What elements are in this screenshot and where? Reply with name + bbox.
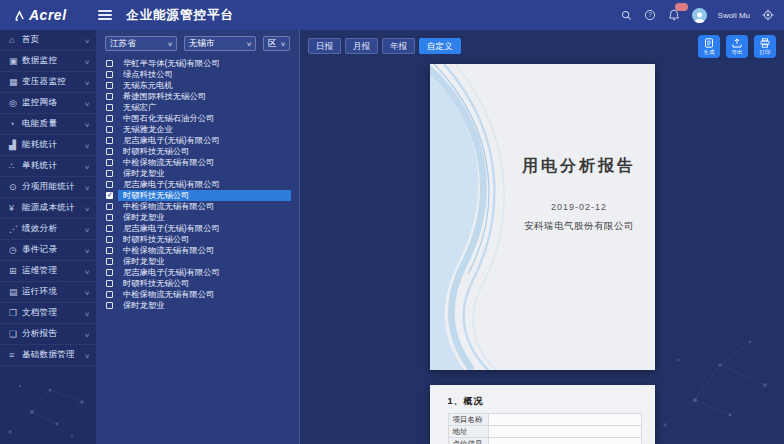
chevron-down-icon: ∨ bbox=[84, 331, 90, 338]
transformer-monitor-icon: ▦ bbox=[9, 77, 22, 87]
checkbox[interactable] bbox=[106, 159, 113, 166]
settings-gear-icon[interactable] bbox=[761, 9, 774, 22]
tree-item[interactable]: 绿点科技公司 bbox=[96, 69, 299, 80]
avatar[interactable] bbox=[692, 8, 707, 23]
sidebar-item-maintenance[interactable]: ⊞运维管理∨ bbox=[0, 261, 96, 282]
tree-item[interactable]: 中国石化无锡石油分公司 bbox=[96, 113, 299, 124]
environment-icon: ▤ bbox=[9, 287, 22, 297]
tree-item[interactable]: 华虹半导体(无锡)有限公司 bbox=[96, 58, 299, 69]
tree-item[interactable]: 中检保物流无锡有限公司 bbox=[96, 245, 299, 256]
checkbox[interactable] bbox=[106, 280, 113, 287]
sidebar-item-environment[interactable]: ▤运行环境∨ bbox=[0, 282, 96, 303]
custom-report-button[interactable]: 自定义 bbox=[419, 38, 461, 54]
top-header: Acrel 企业能源管控平台 ? Swoli Mu bbox=[0, 0, 784, 30]
export-button[interactable]: 导出 bbox=[726, 35, 748, 58]
tree-item[interactable]: 保时龙塑业 bbox=[96, 300, 299, 311]
print-button[interactable]: 打印 bbox=[754, 35, 776, 58]
tree-item[interactable]: 时硕科技无锡公司 bbox=[96, 234, 299, 245]
tree-item[interactable]: 保时龙塑业 bbox=[96, 212, 299, 223]
table-row: 项目名称 bbox=[448, 414, 641, 426]
tree-item[interactable]: 时硕科技无锡公司 bbox=[96, 146, 299, 157]
sidebar-item-documents[interactable]: ❐文档管理∨ bbox=[0, 303, 96, 324]
daily-report-button[interactable]: 日报 bbox=[308, 38, 341, 54]
checkbox[interactable] bbox=[106, 115, 113, 122]
checkbox-checked[interactable] bbox=[106, 192, 113, 199]
sidebar-item-energy-stats[interactable]: ▟能耗统计∨ bbox=[0, 135, 96, 156]
help-icon[interactable]: ? bbox=[644, 9, 657, 22]
tree-item[interactable]: 时硕科技无锡公司 bbox=[96, 278, 299, 289]
checkbox[interactable] bbox=[106, 93, 113, 100]
report-cover-text: 用电分析报告 2019-02-12 安科瑞电气股份有限公司 bbox=[512, 156, 647, 233]
district-select[interactable]: 区∨ bbox=[263, 36, 290, 51]
acrel-logo[interactable]: Acrel bbox=[0, 7, 96, 23]
tree-item[interactable]: 中检保物流无锡有限公司 bbox=[96, 289, 299, 300]
checkbox[interactable] bbox=[106, 181, 113, 188]
report-type-buttons: 日报 月报 年报 自定义 bbox=[308, 38, 461, 54]
table-row: 点位信息 bbox=[448, 438, 641, 444]
checkbox[interactable] bbox=[106, 302, 113, 309]
data-monitor-icon: ▣ bbox=[9, 56, 22, 66]
sidebar-item-energy-cost[interactable]: ¥能源成本统计∨ bbox=[0, 198, 96, 219]
tree-item[interactable]: 保时龙塑业 bbox=[96, 168, 299, 179]
documents-icon: ❐ bbox=[9, 308, 22, 318]
checkbox[interactable] bbox=[106, 214, 113, 221]
power-quality-icon: ◔ bbox=[9, 119, 22, 129]
checkbox[interactable] bbox=[106, 258, 113, 265]
section-heading: 1、概况 bbox=[448, 395, 655, 408]
chevron-down-icon: ∨ bbox=[167, 40, 173, 47]
analysis-report-icon: ❏ bbox=[9, 329, 22, 339]
checkbox[interactable] bbox=[106, 148, 113, 155]
yearly-report-button[interactable]: 年报 bbox=[382, 38, 415, 54]
tree-item[interactable]: 中检保物流无锡有限公司 bbox=[96, 201, 299, 212]
svg-text:?: ? bbox=[648, 11, 652, 18]
sidebar-item-unit-consumption[interactable]: ∴单耗统计∨ bbox=[0, 156, 96, 177]
checkbox[interactable] bbox=[106, 60, 113, 67]
sidebar-item-subitem-energy[interactable]: ⊙分项用能统计∨ bbox=[0, 177, 96, 198]
checkbox[interactable] bbox=[106, 236, 113, 243]
page-title: 企业能源管控平台 bbox=[126, 7, 234, 24]
checkbox[interactable] bbox=[106, 247, 113, 254]
tree-item[interactable]: 无锡宏广 bbox=[96, 102, 299, 113]
sidebar-item-event-log[interactable]: ◷事件记录∨ bbox=[0, 240, 96, 261]
city-select[interactable]: 无锡市∨ bbox=[184, 36, 256, 51]
tree-item[interactable]: 希捷国际科技无锡公司 bbox=[96, 91, 299, 102]
sidebar-item-power-quality[interactable]: ◔电能质量∨ bbox=[0, 114, 96, 135]
tree-item[interactable]: 尼吉康电子(无锡)有限公司 bbox=[96, 267, 299, 278]
tree-item[interactable]: 尼吉康电子(无锡)有限公司 bbox=[96, 135, 299, 146]
search-icon[interactable] bbox=[620, 9, 633, 22]
checkbox[interactable] bbox=[106, 137, 113, 144]
sidebar-item-analysis-report[interactable]: ❏分析报告∨ bbox=[0, 324, 96, 345]
chevron-down-icon: ∨ bbox=[84, 121, 90, 128]
tree-item[interactable]: 无锡雅龙企业 bbox=[96, 124, 299, 135]
checkbox[interactable] bbox=[106, 170, 113, 177]
tree-item[interactable]: 无锡东元电机 bbox=[96, 80, 299, 91]
province-select[interactable]: 江苏省∨ bbox=[105, 36, 177, 51]
print-icon bbox=[760, 38, 770, 48]
checkbox[interactable] bbox=[106, 126, 113, 133]
sidebar-item-performance[interactable]: ⋰绩效分析∨ bbox=[0, 219, 96, 240]
checkbox[interactable] bbox=[106, 291, 113, 298]
sidebar-item-home[interactable]: ⌂首页∨ bbox=[0, 30, 96, 51]
checkbox[interactable] bbox=[106, 225, 113, 232]
energy-cost-icon: ¥ bbox=[9, 203, 22, 213]
checkbox[interactable] bbox=[106, 71, 113, 78]
menu-toggle-icon[interactable] bbox=[98, 10, 112, 20]
sidebar-item-base-data[interactable]: ≡基础数据管理∨ bbox=[0, 345, 96, 366]
generate-button[interactable]: 生成 bbox=[698, 35, 720, 58]
sidebar-item-monitor-network[interactable]: ◎监控网络∨ bbox=[0, 93, 96, 114]
checkbox[interactable] bbox=[106, 82, 113, 89]
tree-item[interactable]: 中检保物流无锡有限公司 bbox=[96, 157, 299, 168]
monthly-report-button[interactable]: 月报 bbox=[345, 38, 378, 54]
tree-item[interactable]: 保时龙塑业 bbox=[96, 256, 299, 267]
checkbox[interactable] bbox=[106, 269, 113, 276]
checkbox[interactable] bbox=[106, 104, 113, 111]
user-name[interactable]: Swoli Mu bbox=[718, 11, 750, 20]
table-row: 地址 bbox=[448, 426, 641, 438]
tree-item[interactable]: 尼吉康电子(无锡)有限公司 bbox=[96, 179, 299, 190]
sidebar-item-data-monitor[interactable]: ▣数据监控∨ bbox=[0, 51, 96, 72]
tree-item[interactable]: 尼吉康电子(无锡)有限公司 bbox=[96, 223, 299, 234]
checkbox[interactable] bbox=[106, 203, 113, 210]
notifications-bell-icon[interactable] bbox=[668, 9, 681, 22]
sidebar-item-transformer-monitor[interactable]: ▦变压器监控∨ bbox=[0, 72, 96, 93]
tree-item-selected[interactable]: 时硕科技无锡公司 bbox=[96, 190, 299, 201]
